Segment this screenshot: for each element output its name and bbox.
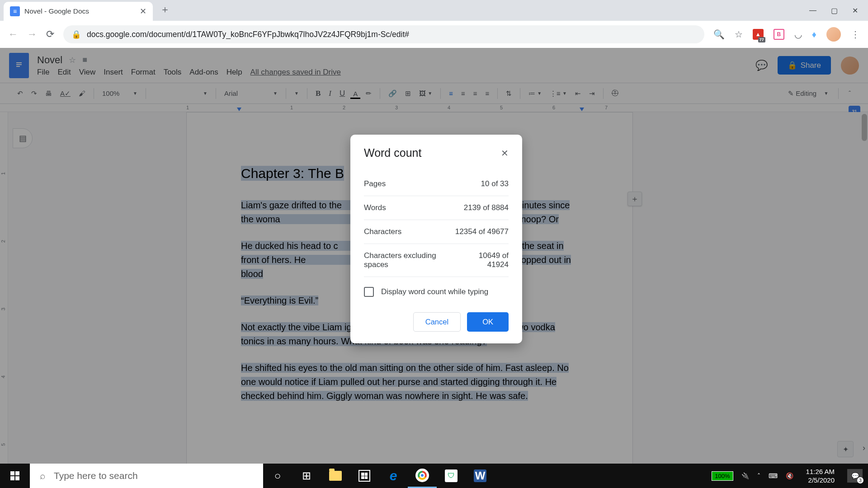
- extension-b-icon[interactable]: B: [774, 29, 784, 40]
- back-icon[interactable]: ←: [8, 28, 18, 40]
- browser-chrome: ≡ Novel - Google Docs ✕ ＋ — ▢ ✕ ← → ⟳ 🔒 …: [0, 0, 868, 48]
- dialog-title: Word count: [364, 146, 421, 160]
- cancel-button[interactable]: Cancel: [413, 312, 461, 332]
- word-icon[interactable]: W: [466, 464, 495, 488]
- stat-label: Characters: [364, 227, 401, 236]
- url-field[interactable]: 🔒 docs.google.com/document/d/1TAW0Ty_koB…: [63, 25, 704, 43]
- checkbox-label: Display word count while typing: [381, 287, 488, 296]
- address-bar-row: ← → ⟳ 🔒 docs.google.com/document/d/1TAW0…: [0, 21, 868, 48]
- taskbar-apps: ○ ⊞ e 🛡 W: [263, 464, 495, 488]
- taskbar-clock[interactable]: 11:26 AM 2/5/2020: [802, 467, 839, 485]
- start-button[interactable]: [0, 464, 30, 488]
- taskbar-search[interactable]: ⌕ Type here to search: [30, 464, 263, 488]
- extension-flame-icon[interactable]: ♦: [812, 29, 816, 40]
- url-text: docs.google.com/document/d/1TAW0Ty_koBnc…: [87, 30, 409, 39]
- reload-icon[interactable]: ⟳: [46, 28, 54, 40]
- extension-badge: 77: [758, 37, 765, 42]
- volume-muted-icon[interactable]: 🔇: [786, 472, 793, 479]
- keyboard-icon[interactable]: ⌨: [769, 472, 778, 479]
- chrome-icon[interactable]: [408, 464, 437, 488]
- search-icon: ⌕: [40, 470, 46, 481]
- bookmark-star-icon[interactable]: ☆: [735, 29, 743, 40]
- close-window-icon[interactable]: ✕: [852, 6, 858, 15]
- security-icon[interactable]: 🛡: [437, 464, 466, 488]
- svg-rect-5: [15, 471, 19, 475]
- system-tray: 100% 🔌 ˄ ⌨ 🔇 11:26 AM 2/5/2020 💬3: [712, 464, 868, 488]
- search-icon[interactable]: 🔍: [713, 29, 725, 40]
- ok-button[interactable]: OK: [467, 312, 509, 332]
- notifications-icon[interactable]: 💬3: [847, 469, 863, 483]
- profile-avatar[interactable]: [826, 27, 841, 42]
- power-icon[interactable]: 🔌: [741, 472, 749, 479]
- battery-status[interactable]: 100%: [712, 471, 733, 481]
- clock-time: 11:26 AM: [806, 467, 835, 476]
- extension-shield-icon[interactable]: ▲77: [753, 29, 764, 40]
- word-count-dialog: Word count ✕ Pages 10 of 33 Words 2139 o…: [350, 135, 522, 343]
- stat-row-characters-no-spaces: Characters excluding spaces 10649 of 419…: [364, 244, 509, 277]
- tab-strip: ≡ Novel - Google Docs ✕ ＋: [0, 0, 868, 21]
- microsoft-store-icon[interactable]: [350, 464, 379, 488]
- display-while-typing-row[interactable]: Display word count while typing: [364, 277, 509, 312]
- minimize-icon[interactable]: —: [809, 6, 816, 15]
- browser-tab[interactable]: ≡ Novel - Google Docs ✕: [4, 2, 153, 21]
- svg-rect-7: [15, 476, 19, 480]
- docs-favicon-icon: ≡: [10, 6, 20, 16]
- stat-row-words: Words 2139 of 8884: [364, 196, 509, 220]
- stat-label: Words: [364, 203, 386, 212]
- lock-icon: 🔒: [71, 30, 81, 39]
- window-controls: — ▢ ✕: [799, 0, 868, 21]
- tray-expand-icon[interactable]: ˄: [757, 472, 760, 479]
- checkbox-icon[interactable]: [364, 287, 374, 297]
- stat-value: 10 of 33: [481, 179, 509, 188]
- svg-rect-6: [10, 476, 14, 480]
- close-tab-icon[interactable]: ✕: [140, 6, 146, 16]
- search-placeholder: Type here to search: [54, 470, 138, 481]
- svg-rect-4: [10, 471, 14, 475]
- maximize-icon[interactable]: ▢: [831, 6, 838, 15]
- stat-value: 12354 of 49677: [455, 227, 509, 236]
- stat-row-characters: Characters 12354 of 49677: [364, 220, 509, 244]
- cortana-icon[interactable]: ○: [263, 464, 292, 488]
- tab-title: Novel - Google Docs: [24, 7, 89, 15]
- stat-row-pages: Pages 10 of 33: [364, 172, 509, 196]
- edge-icon[interactable]: e: [379, 464, 408, 488]
- stat-value: 10649 of 41924: [458, 251, 509, 269]
- stat-label: Characters excluding spaces: [364, 251, 458, 269]
- windows-taskbar: ⌕ Type here to search ○ ⊞ e 🛡 W 100% 🔌 ˄…: [0, 464, 868, 488]
- task-view-icon[interactable]: ⊞: [292, 464, 321, 488]
- notification-count: 3: [857, 477, 863, 483]
- menu-icon[interactable]: ⋮: [851, 29, 860, 40]
- file-explorer-icon[interactable]: [321, 464, 350, 488]
- pocket-icon[interactable]: ◡: [794, 29, 802, 40]
- stat-value: 2139 of 8884: [464, 203, 509, 212]
- address-bar-icons: 🔍 ☆ ▲77 B ◡ ♦ ⋮: [713, 27, 860, 42]
- clock-date: 2/5/2020: [806, 476, 835, 485]
- close-dialog-icon[interactable]: ✕: [501, 148, 509, 159]
- new-tab-button[interactable]: ＋: [160, 3, 170, 16]
- stat-label: Pages: [364, 179, 386, 188]
- forward-icon[interactable]: →: [27, 28, 37, 40]
